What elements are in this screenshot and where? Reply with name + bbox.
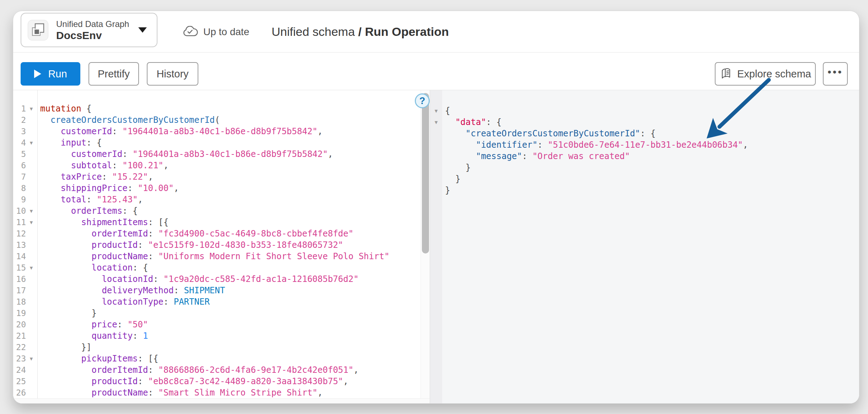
- query-editor-gutter: 1▾234▾5678910▾11▾12131415▾16171819202122…: [13, 90, 38, 398]
- response-viewer-code: { "data": { "createOrdersCustomerByCusto…: [442, 90, 859, 404]
- line-number: 5: [13, 149, 26, 159]
- gutter-line: 21: [13, 330, 37, 342]
- explore-schema-book-icon: [719, 67, 732, 80]
- code-line: }: [445, 173, 859, 185]
- gutter-line: 11▾: [13, 217, 37, 228]
- code-line: pickupItems: [{: [40, 353, 419, 364]
- line-number: 12: [13, 229, 26, 238]
- code-line: mutation {: [40, 103, 419, 114]
- code-line: orderItemId: "fc3d4900-c5ac-4649-8bc8-cb…: [40, 228, 419, 239]
- environment-value: DocsEnv: [56, 29, 129, 42]
- fold-caret-icon[interactable]: ▾: [26, 219, 37, 226]
- environment-icon-tile: [28, 20, 48, 40]
- code-line: "data": {: [445, 116, 859, 128]
- gutter-line: 24: [13, 364, 37, 376]
- query-vertical-scrollbar[interactable]: [420, 90, 430, 398]
- code-line: customerId: "1964401a-a8b3-40c1-b86e-d8b…: [40, 148, 419, 160]
- help-badge[interactable]: ?: [415, 93, 430, 108]
- gutter-line: 12: [13, 228, 37, 239]
- code-line: }]: [40, 342, 419, 353]
- history-button[interactable]: History: [147, 62, 198, 86]
- code-line: total: "125.43",: [40, 194, 419, 205]
- code-line: productName: "Smart Slim Micro Stripe Sh…: [40, 387, 419, 398]
- line-number: 2: [13, 115, 26, 125]
- fold-caret-icon[interactable]: ▾: [26, 355, 37, 363]
- code-line: locationId: "1c9a20dc-c585-42fd-ac1a-121…: [40, 273, 419, 285]
- toolbar: Run Prettify History Explore schema •••: [13, 53, 859, 90]
- line-number: 6: [13, 161, 26, 170]
- gutter-line: 9: [13, 194, 37, 205]
- line-number: 15: [13, 263, 26, 272]
- explore-schema-button[interactable]: Explore schema: [715, 62, 816, 86]
- gutter-line: 10▾: [13, 205, 37, 217]
- fold-caret-icon[interactable]: ▾: [26, 105, 37, 113]
- code-line: quantity: 1: [40, 330, 419, 342]
- line-number: 10: [13, 206, 26, 216]
- cloud-check-icon: [182, 26, 198, 38]
- play-icon: [34, 69, 42, 78]
- line-number: 18: [13, 297, 26, 306]
- breadcrumb: Unified schema / Run Operation: [272, 11, 449, 53]
- fold-caret-icon[interactable]: ▾: [430, 119, 442, 126]
- line-number: 17: [13, 286, 26, 295]
- gutter-line: [430, 139, 442, 151]
- gutter-line: 23▾: [13, 353, 37, 364]
- fold-caret-icon[interactable]: ▾: [26, 264, 37, 272]
- fold-caret-icon[interactable]: ▾: [26, 139, 37, 147]
- chevron-down-icon: [138, 27, 147, 33]
- more-options-button[interactable]: •••: [823, 62, 848, 86]
- code-line: }: [40, 307, 419, 319]
- environment-texts: Unified Data Graph DocsEnv: [56, 19, 129, 42]
- code-line: locationType: PARTNER: [40, 296, 419, 307]
- header-bar: Unified Data Graph DocsEnv Up to date Un…: [13, 11, 859, 53]
- gutter-line: 20: [13, 319, 37, 330]
- code-line: deliveryMethod: SHIPMENT: [40, 285, 419, 296]
- code-line: productId: "eb8c8ca7-3c42-4489-a820-3aa1…: [40, 376, 419, 387]
- line-number: 7: [13, 172, 26, 181]
- code-line: shippingPrice: "10.00",: [40, 183, 419, 194]
- query-editor[interactable]: 1▾234▾5678910▾11▾12131415▾16171819202122…: [13, 90, 430, 404]
- prettify-button[interactable]: Prettify: [89, 62, 139, 86]
- line-number: 22: [13, 343, 26, 352]
- fold-caret-icon[interactable]: ▾: [26, 207, 37, 215]
- code-line: input: {: [40, 137, 419, 148]
- page-title: Run Operation: [365, 25, 449, 39]
- code-line: "identifier": "51c0bde6-7e64-11e7-bb31-b…: [445, 139, 859, 151]
- environment-label: Unified Data Graph: [56, 19, 129, 29]
- fold-caret-icon[interactable]: ▾: [430, 107, 442, 115]
- query-vertical-scrollbar-thumb[interactable]: [422, 93, 429, 254]
- gutter-line: 1▾: [13, 103, 37, 114]
- gutter-line: 8: [13, 183, 37, 194]
- line-number: 3: [13, 127, 26, 136]
- gutter-line: [430, 173, 442, 185]
- gutter-line: 22: [13, 342, 37, 353]
- line-number: 26: [13, 388, 26, 397]
- code-line: "message": "Order was created": [445, 151, 859, 162]
- run-button[interactable]: Run: [21, 62, 80, 86]
- code-line: productId: "e1c515f9-102d-4830-b353-18fe…: [40, 239, 419, 251]
- gutter-line: 26: [13, 387, 37, 398]
- code-line: shipmentItems: [{: [40, 217, 419, 228]
- query-horizontal-scrollbar[interactable]: [13, 398, 430, 404]
- code-line: productName: "Uniforms Modern Fit Short …: [40, 251, 419, 262]
- code-line: orderItemId: "88668866-2c6d-4fa6-9e17-4b…: [40, 364, 419, 376]
- line-number: 25: [13, 377, 26, 386]
- line-number: 14: [13, 252, 26, 261]
- overlapping-squares-icon: [30, 22, 46, 38]
- line-number: 23: [13, 354, 26, 363]
- gutter-line: [430, 151, 442, 162]
- response-viewer: ▾▾ { "data": { "createOrdersCustomerByCu…: [430, 90, 859, 404]
- gutter-line: [430, 128, 442, 139]
- code-line: location: {: [40, 262, 419, 273]
- gutter-line: 2: [13, 114, 37, 126]
- code-line: }: [445, 162, 859, 173]
- gutter-line: [430, 185, 442, 196]
- gutter-line: 18: [13, 296, 37, 307]
- editor-content: 1▾234▾5678910▾11▾12131415▾16171819202122…: [13, 90, 859, 404]
- line-number: 24: [13, 365, 26, 375]
- line-number: 19: [13, 309, 26, 318]
- environment-selector[interactable]: Unified Data Graph DocsEnv: [21, 13, 157, 47]
- explore-schema-label: Explore schema: [737, 68, 811, 80]
- ellipsis-icon: •••: [827, 66, 843, 78]
- query-editor-code[interactable]: mutation { createOrdersCustomerByCustome…: [38, 90, 419, 398]
